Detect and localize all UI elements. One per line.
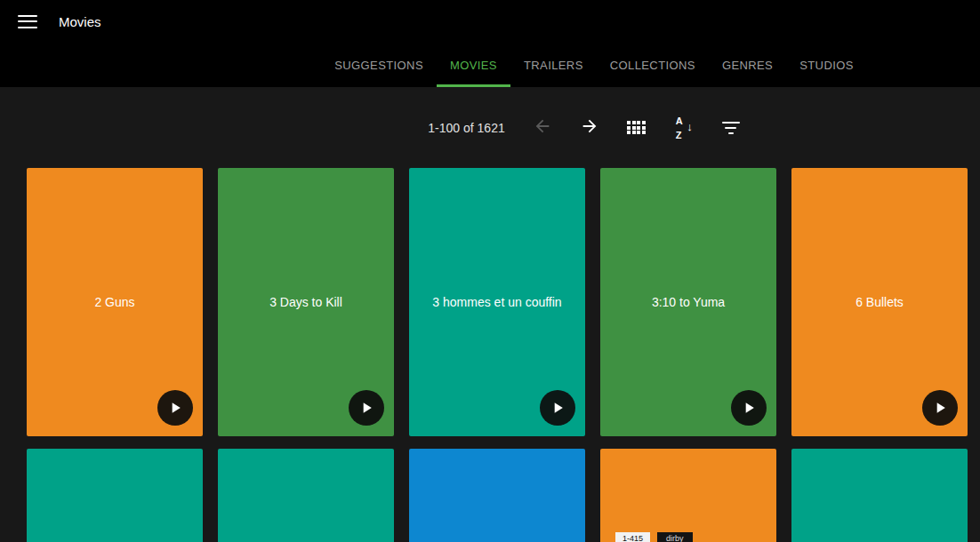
tab-suggestions[interactable]: SUGGESTIONS — [321, 43, 437, 87]
tab-bar: SUGGESTIONS MOVIES TRAILERS COLLECTIONS … — [0, 43, 980, 87]
play-icon — [357, 399, 375, 417]
movie-card[interactable] — [27, 449, 203, 542]
grid-view-button[interactable] — [620, 111, 654, 145]
movie-card[interactable] — [409, 449, 585, 542]
cards-row-2 — [0, 449, 980, 542]
tab-label: SUGGESTIONS — [334, 59, 423, 72]
filter-lines-icon — [722, 122, 740, 134]
movie-card-title: 3 Days to Kill — [261, 295, 351, 309]
movie-card[interactable] — [218, 449, 394, 542]
tab-genres[interactable]: GENRES — [709, 43, 786, 87]
play-button[interactable] — [731, 390, 767, 426]
partial-overlay-right-text: dirby — [657, 532, 693, 542]
movie-card-title: 3 hommes et un couffin — [423, 295, 570, 309]
arrow-right-icon — [580, 116, 599, 139]
tab-label: GENRES — [722, 59, 773, 72]
movie-card[interactable] — [600, 449, 776, 542]
tabs-container: SUGGESTIONS MOVIES TRAILERS COLLECTIONS … — [321, 43, 867, 87]
movie-card[interactable]: 2 Guns — [27, 168, 203, 436]
partial-overlay-left-text: 1-415 — [615, 532, 650, 542]
play-icon — [166, 399, 184, 417]
grid-view-icon — [627, 121, 646, 134]
tab-movies[interactable]: MOVIES — [437, 43, 510, 87]
sort-alpha-az-icon: A↓Z — [673, 117, 695, 139]
movie-card-title: 6 Bullets — [847, 295, 912, 309]
tab-trailers[interactable]: TRAILERS — [510, 43, 597, 87]
cards-row-1: 2 Guns 3 Days to Kill 3 hommes et un cou… — [0, 168, 980, 436]
movie-card-title: 2 Guns — [85, 295, 143, 309]
partial-overlay: 1-415 dirby — [615, 532, 693, 542]
movie-card[interactable]: 3 Days to Kill — [218, 168, 394, 436]
menu-icon[interactable] — [18, 15, 37, 28]
library-toolbar: 1-100 of 1621 A↓Z — [0, 87, 980, 168]
tab-label: STUDIOS — [799, 59, 854, 72]
movie-card[interactable]: 6 Bullets — [791, 168, 968, 436]
movie-card[interactable]: 3 hommes et un couffin — [409, 168, 585, 436]
play-button[interactable] — [157, 390, 193, 426]
tab-collections[interactable]: COLLECTIONS — [597, 43, 709, 87]
top-bar: Movies — [0, 0, 980, 43]
tab-studios[interactable]: STUDIOS — [786, 43, 867, 87]
paging-text: 1-100 of 1621 — [428, 121, 504, 135]
play-button[interactable] — [922, 390, 958, 426]
tab-label: COLLECTIONS — [610, 59, 695, 72]
play-button[interactable] — [349, 390, 384, 426]
play-icon — [549, 399, 566, 417]
previous-page-button[interactable] — [526, 111, 559, 145]
tab-label: MOVIES — [450, 59, 497, 72]
tab-label: TRAILERS — [524, 59, 583, 72]
sort-alpha-button[interactable]: A↓Z — [667, 111, 701, 145]
filter-button[interactable] — [714, 111, 748, 145]
movie-card-title: 3:10 to Yuma — [643, 295, 734, 309]
movie-card[interactable]: 3:10 to Yuma — [600, 168, 776, 436]
arrow-left-icon — [533, 116, 552, 139]
movie-grid: 2 Guns 3 Days to Kill 3 hommes et un cou… — [0, 168, 980, 542]
play-button[interactable] — [540, 390, 575, 426]
play-icon — [740, 399, 758, 417]
movie-card[interactable] — [791, 449, 968, 542]
next-page-button[interactable] — [573, 111, 606, 145]
play-icon — [931, 399, 949, 417]
page-title: Movies — [59, 14, 101, 29]
